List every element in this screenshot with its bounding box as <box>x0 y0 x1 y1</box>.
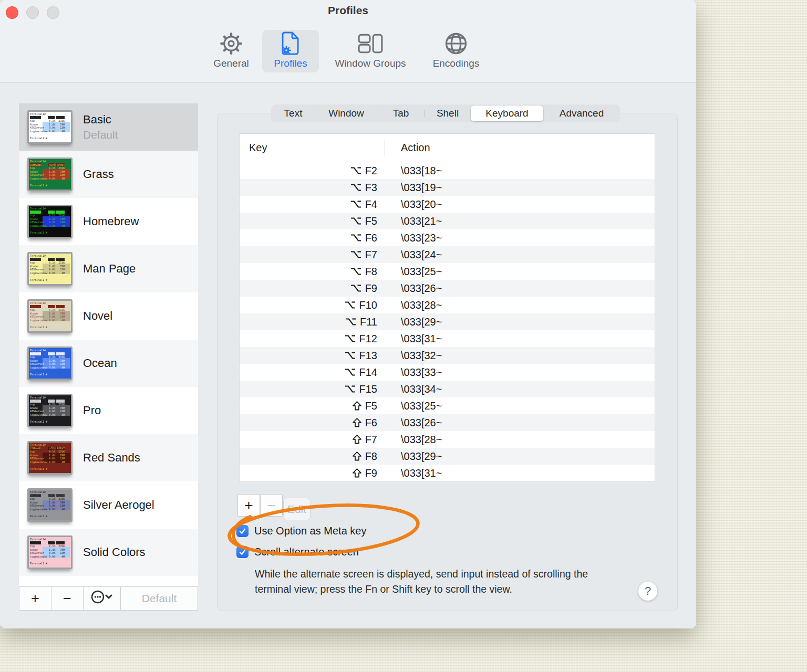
tab-tab[interactable]: Tab <box>377 104 425 122</box>
help-button[interactable]: ? <box>638 582 657 601</box>
profile-thumbnail: Terminal1# COMMAND %CPU RPRVT top 4.1% 2… <box>27 299 73 333</box>
tab-shell[interactable]: Shell <box>425 104 471 122</box>
shortcut-row[interactable]: F7\033[24~ <box>240 246 655 263</box>
shortcut-row[interactable]: F2\033[18~ <box>240 162 655 179</box>
action-cell: \033[23~ <box>401 232 442 244</box>
tab-bar: TextWindowTabShellKeyboardAdvanced <box>271 104 620 122</box>
shortcut-row[interactable]: F7\033[28~ <box>240 431 655 448</box>
profile-row-solid-colors[interactable]: Terminal1# COMMAND %CPU RPRVT top 4.1% 2… <box>19 529 198 576</box>
shortcut-row[interactable]: F8\033[25~ <box>240 263 655 280</box>
key-cell: F8 <box>240 266 377 278</box>
profile-name: Novel <box>83 309 112 323</box>
profile-row-red-sands[interactable]: Terminal1# COMMAND %CPU RPRVT top 4.1% 2… <box>19 434 198 481</box>
more-options-button[interactable] <box>84 587 121 610</box>
shortcut-row[interactable]: F11\033[29~ <box>240 313 655 330</box>
key-cell: F9 <box>240 282 377 295</box>
gear-icon <box>220 30 243 57</box>
shortcut-row[interactable]: F6\033[23~ <box>240 229 655 246</box>
table-header: Key Action <box>240 134 655 162</box>
shortcut-row[interactable]: F10\033[28~ <box>240 297 655 313</box>
use-option-as-meta-key-label: Use Option as Meta key <box>254 525 366 537</box>
profile-name: Silver Aerogel <box>83 498 154 512</box>
thumbnail-text: Terminal1# COMMAND %CPU RPRVT top 4.1% 2… <box>30 538 65 565</box>
shortcut-row[interactable]: F13\033[32~ <box>240 347 655 364</box>
use-option-as-meta-key-row: Use Option as Meta key <box>236 524 366 537</box>
tab-advanced[interactable]: Advanced <box>543 104 620 122</box>
action-cell: \033[29~ <box>401 316 442 328</box>
key-cell: F14 <box>240 366 377 379</box>
tab-text[interactable]: Text <box>271 104 315 122</box>
toolbar-label-general: General <box>213 58 249 69</box>
profile-thumbnail: Terminal1# COMMAND %CPU RPRVT top 4.1% 2… <box>27 158 73 191</box>
thumbnail-text: Terminal1# COMMAND %CPU RPRVT top 4.1% 2… <box>30 301 65 329</box>
shortcut-row[interactable]: F12\033[31~ <box>240 330 655 347</box>
key-cell: F7 <box>240 434 377 446</box>
toolbar-item-window-groups[interactable]: Window Groups <box>327 30 414 72</box>
table-body: F2\033[18~F3\033[19~F4\033[20~F5\033[21~… <box>240 162 655 481</box>
toolbar-label-window-groups: Window Groups <box>335 58 406 69</box>
profile-row-man-page[interactable]: Terminal1# COMMAND %CPU RPRVT top 4.1% 2… <box>19 245 198 292</box>
profile-name: Solid Colors <box>83 545 146 559</box>
shortcut-row[interactable]: F8\033[29~ <box>240 448 655 465</box>
shortcut-row[interactable]: F14\033[33~ <box>240 364 655 381</box>
toolbar-item-general[interactable]: General <box>208 30 255 72</box>
action-cell: \033[19~ <box>401 182 442 194</box>
profile-name: Pro <box>83 404 101 417</box>
profile-thumbnail: Terminal1# COMMAND %CPU RPRVT top 4.1% 2… <box>27 441 73 475</box>
desktop-background: Profiles General <box>0 0 807 672</box>
key-cell: F6 <box>240 232 377 244</box>
scroll-alternate-screen-row: Scroll alternate screen <box>236 545 359 558</box>
action-cell: \033[18~ <box>401 165 442 177</box>
shortcut-row[interactable]: F6\033[26~ <box>240 414 655 431</box>
shortcut-row[interactable]: F15\033[34~ <box>240 381 655 397</box>
thumbnail-text: Terminal1# COMMAND %CPU RPRVT top 4.1% 2… <box>30 254 65 281</box>
key-cell: F5 <box>240 400 377 412</box>
window-groups-icon <box>358 30 383 57</box>
key-cell: F11 <box>240 316 377 328</box>
edit-key-button[interactable]: Edit <box>283 498 311 520</box>
profile-row-homebrew[interactable]: Terminal1# COMMAND %CPU RPRVT top 4.1% 2… <box>19 198 198 245</box>
window-title: Profiles <box>0 4 696 17</box>
toolbar-item-profiles[interactable]: Profiles <box>262 30 319 72</box>
scroll-alternate-screen-checkbox[interactable] <box>236 546 249 558</box>
tab-window[interactable]: Window <box>315 104 377 122</box>
toolbar-label-profiles: Profiles <box>274 58 307 69</box>
profile-row-silver-aerogel[interactable]: Terminal1# COMMAND %CPU RPRVT top 4.1% 2… <box>19 481 198 529</box>
thumbnail-text: Terminal1# COMMAND %CPU RPRVT top 4.1% 2… <box>30 112 65 140</box>
profile-row-novel[interactable]: Terminal1# COMMAND %CPU RPRVT top 4.1% 2… <box>19 292 198 340</box>
add-profile-button[interactable]: + <box>19 587 51 610</box>
key-cell: F7 <box>240 249 377 261</box>
toolbar-label-encodings: Encodings <box>433 58 480 69</box>
shortcut-row[interactable]: F4\033[20~ <box>240 196 655 213</box>
shortcut-row[interactable]: F9\033[26~ <box>240 280 655 297</box>
profile-thumbnail: Terminal1# COMMAND %CPU RPRVT top 4.1% 2… <box>27 110 73 144</box>
profile-name: Red Sands <box>83 451 140 465</box>
profile-row-pro[interactable]: Terminal1# COMMAND %CPU RPRVT top 4.1% 2… <box>19 387 198 434</box>
action-cell: \033[26~ <box>401 417 442 429</box>
action-cell: \033[28~ <box>401 299 442 311</box>
key-cell: F9 <box>240 467 377 479</box>
shortcut-row[interactable]: F5\033[21~ <box>240 213 655 229</box>
default-button[interactable]: Default <box>121 587 198 610</box>
profile-row-basic[interactable]: Terminal1# COMMAND %CPU RPRVT top 4.1% 2… <box>19 103 198 151</box>
remove-key-button[interactable]: − <box>260 494 283 517</box>
action-cell: \033[29~ <box>401 450 442 463</box>
action-cell: \033[26~ <box>401 282 442 295</box>
use-option-as-meta-key-checkbox[interactable] <box>236 525 249 537</box>
keyboard-shortcut-table: Key Action F2\033[18~F3\033[19~F4\033[20… <box>239 133 655 482</box>
terminal-preferences-window: Profiles General <box>0 0 696 628</box>
profile-name: Man Page <box>83 262 136 276</box>
shortcut-row[interactable]: F3\033[19~ <box>240 179 655 196</box>
key-cell: F10 <box>240 299 377 311</box>
toolbar-item-encodings[interactable]: Encodings <box>427 30 485 72</box>
profile-row-grass[interactable]: Terminal1# COMMAND %CPU RPRVT top 4.1% 2… <box>19 151 198 198</box>
tab-keyboard[interactable]: Keyboard <box>471 106 543 121</box>
profile-list-footer: + − Default <box>19 586 198 611</box>
column-header-key: Key <box>249 142 267 154</box>
add-key-button[interactable]: + <box>237 494 260 517</box>
shortcut-row[interactable]: F5\033[25~ <box>240 397 655 414</box>
profile-row-ocean[interactable]: Terminal1# COMMAND %CPU RPRVT top 4.1% 2… <box>19 340 198 387</box>
remove-profile-button[interactable]: − <box>51 587 84 610</box>
shortcut-row[interactable]: F9\033[31~ <box>240 465 655 481</box>
thumbnail-text: Terminal1# COMMAND %CPU RPRVT top 4.1% 2… <box>30 396 65 423</box>
